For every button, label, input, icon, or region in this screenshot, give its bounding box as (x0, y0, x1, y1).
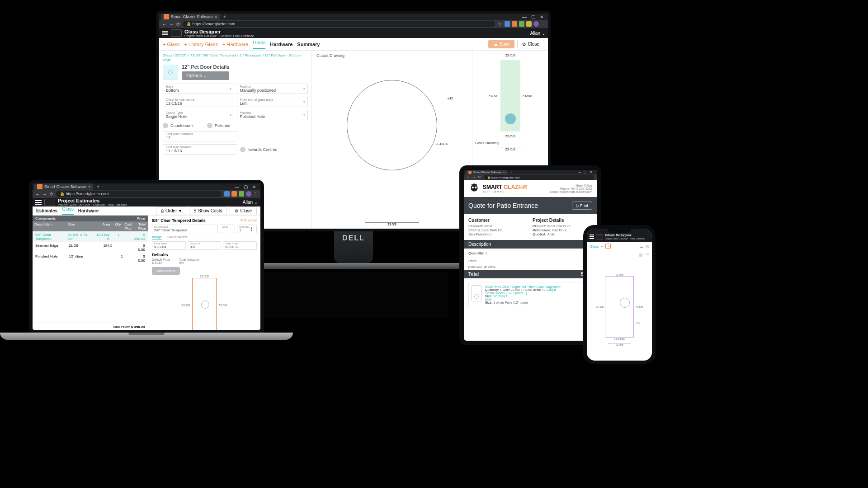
breadcrumb[interactable]: Glass / 23-5/8" x 73-5/8" 5/8" Clear Tem… (163, 53, 308, 61)
hamburger-icon[interactable] (35, 200, 42, 205)
browser-tab[interactable]: Smart Glazier Software × (161, 14, 220, 20)
field-value: $ 390.23 (225, 245, 255, 249)
tab-glass[interactable]: Glass (253, 40, 265, 49)
list-view-icon[interactable]: ☰ (646, 253, 649, 257)
ext-icon[interactable] (505, 21, 510, 27)
description-input[interactable]: Description5/8" Clear Tempered (152, 225, 218, 233)
show-costs-button[interactable]: $ Show Costs (189, 206, 227, 215)
back-icon[interactable]: ← (467, 176, 470, 179)
dismiss-link[interactable]: ✕ Dismiss (240, 218, 257, 223)
position-select[interactable]: PositionManually positioned▾ (237, 84, 308, 94)
forward-icon[interactable]: → (169, 22, 174, 27)
close-window-icon[interactable]: ✕ (590, 170, 592, 174)
new-tab-button[interactable]: ＋ (96, 183, 100, 190)
menu-icon[interactable]: ⋮ (253, 192, 258, 197)
close-icon[interactable]: × (215, 14, 217, 19)
hole-inwards-input[interactable]: First Hole Inwards11-13/16 (163, 144, 237, 155)
hamburger-icon[interactable] (162, 31, 168, 35)
code-input[interactable]: Code (220, 225, 235, 233)
close-button[interactable]: ⊘ Close (517, 40, 544, 48)
tab-glass[interactable]: Glass (590, 244, 599, 249)
add-hardware-link[interactable]: + Hardware (222, 42, 248, 47)
avatar-icon[interactable] (533, 21, 539, 27)
close-icon[interactable]: × (503, 171, 505, 174)
save-button[interactable]: ☁ Save (488, 40, 515, 48)
maximize-icon[interactable]: ▢ (584, 170, 587, 174)
browser-tab[interactable]: Smart Glazier Software× (466, 170, 508, 174)
tab-summary[interactable]: Summary (297, 42, 320, 47)
total-price-input[interactable]: Total Price$ 390.23 (223, 241, 257, 250)
print-button[interactable]: ⎙Print (572, 202, 592, 210)
user-menu[interactable]: Allan⌄ (530, 31, 545, 36)
cell-total: $ 0.00 (137, 243, 146, 252)
reload-icon[interactable]: ⟳ (478, 175, 481, 179)
process-select[interactable]: ProcessPolished Hole▾ (237, 110, 308, 120)
table-row[interactable]: Polished Hole 12" diam 1 $ 0.00 (33, 253, 148, 264)
forward-icon[interactable]: → (472, 176, 476, 179)
tab-glass[interactable]: Glass (62, 206, 74, 215)
edge-select[interactable]: EdgeBottom▾ (163, 84, 234, 94)
url-input[interactable]: 🔒 https://smartglazier.com (484, 175, 594, 180)
qty-value: 1 (485, 251, 487, 255)
close-button[interactable]: ⊘ Close (230, 206, 257, 215)
price-rate-input[interactable]: Price Rate$ 31.64 (152, 241, 186, 250)
subtab-notes[interactable]: Order Notes (167, 235, 187, 239)
ext-icon[interactable] (512, 21, 517, 27)
minimize-icon[interactable]: — (522, 14, 527, 19)
tab-hardware[interactable]: Hardware (78, 208, 99, 213)
ext-icon[interactable] (231, 191, 237, 197)
minimize-icon[interactable]: — (578, 170, 581, 174)
hole-diameter-input[interactable]: First Hole Diameter12 (163, 131, 237, 141)
hamburger-icon[interactable] (590, 235, 594, 239)
ext-icon[interactable] (526, 21, 532, 27)
ext-icon[interactable] (239, 191, 244, 197)
discount-input[interactable]: Discount0% (188, 241, 222, 250)
reload-icon[interactable]: ⟳ (176, 22, 180, 27)
estimates-body: ComponentsPrice Description Size Area Qt… (33, 216, 260, 330)
step-down-icon[interactable]: ▼ (250, 229, 253, 232)
from-end-select[interactable]: From end of glass edgeLeft▾ (237, 97, 308, 107)
reload-icon[interactable]: ⟳ (50, 192, 53, 197)
quantity-stepper[interactable]: Quantity1▲▼ (237, 225, 257, 233)
star-icon[interactable]: ☆ (498, 22, 502, 27)
polished-radio[interactable]: Polished (207, 123, 231, 128)
minimize-icon[interactable]: — (235, 184, 239, 189)
use-default-button[interactable]: Use Default (152, 267, 180, 275)
close-window-icon[interactable]: ✕ (252, 184, 256, 189)
table-row[interactable]: Seamed Edge 2L 2S 194.5 $ 0.00 (33, 242, 148, 253)
close-icon[interactable]: ⊘ (646, 244, 649, 249)
add-glass-link[interactable]: + Glass (163, 42, 180, 47)
save-icon[interactable]: ☁ (639, 244, 643, 249)
close-window-icon[interactable]: ✕ (540, 14, 543, 19)
table-row[interactable]: 5/8" Clear Tempered 23-5/8" x 73-5/8" 12… (33, 231, 148, 242)
tab-estimates[interactable]: Estimates (36, 208, 57, 213)
close-icon[interactable]: × (88, 184, 90, 189)
options-button[interactable]: Options ⌄ (182, 71, 229, 80)
tab-hardware[interactable]: Hardware (270, 42, 292, 47)
new-tab-button[interactable]: ＋ (222, 14, 227, 20)
grid-view-icon[interactable]: ▦ (639, 253, 643, 257)
order-button[interactable]: ⎙ Order ▾ (156, 206, 186, 215)
inwards-centred-radio[interactable]: Inwards Centred (240, 147, 278, 152)
add-library-glass-link[interactable]: + Library Glass (184, 42, 218, 47)
url-input[interactable]: 🔒 https://smartglazier.com (183, 21, 495, 27)
add-button[interactable]: + (605, 244, 611, 249)
subtab-image[interactable]: Image (152, 235, 162, 239)
cutout-type-select[interactable]: Cutout TypeSingle Hole▾ (163, 110, 234, 120)
browser-tab[interactable]: Smart Glazier Software × (34, 183, 93, 190)
forward-icon[interactable]: → (42, 192, 47, 197)
back-icon[interactable]: ← (35, 192, 40, 197)
ext-icon[interactable] (224, 191, 230, 197)
user-menu[interactable]: Allan⌄ (243, 200, 258, 205)
ext-icon[interactable] (519, 21, 524, 27)
new-tab-button[interactable]: ＋ (509, 170, 513, 174)
countersunk-radio[interactable]: Countersunk (163, 123, 193, 128)
menu-icon[interactable]: ⋮ (541, 22, 545, 27)
maximize-icon[interactable]: ▢ (244, 184, 248, 189)
avatar-icon[interactable] (246, 191, 251, 197)
v: 1 (500, 288, 502, 291)
maximize-icon[interactable]: ▢ (531, 14, 535, 19)
back-icon[interactable]: ← (162, 22, 166, 27)
url-input[interactable]: 🔒 https://smartglazier.com (56, 191, 222, 197)
offset-input[interactable]: Offset to hole centre11-13/16 (163, 97, 234, 107)
